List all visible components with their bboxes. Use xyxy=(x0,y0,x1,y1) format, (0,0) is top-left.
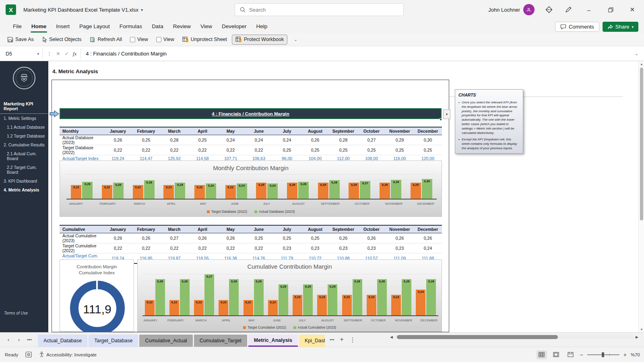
tab-menu-dots-icon[interactable]: ⋮ xyxy=(349,336,356,343)
zoom-slider-thumb[interactable] xyxy=(602,352,604,357)
accessibility-status[interactable]: Accessibility: Investigate xyxy=(39,352,97,358)
unprotect-sheet-button[interactable]: Unprotect Sheet xyxy=(179,35,230,44)
sheet-list-dots-icon[interactable]: ••• xyxy=(25,337,34,342)
chart-plot-area: 0,220,260,220,260,220,270,220,260,220,26… xyxy=(142,274,438,316)
monthly-chart[interactable]: Monthly Contribution Margin 0,220,260,22… xyxy=(60,160,442,217)
ribbon-tab-review[interactable]: Review xyxy=(168,21,196,32)
sidebar-item-2-2-target-cum-board[interactable]: 2.2 Target Cum. Board xyxy=(0,163,48,177)
sheet-next-icon[interactable]: › xyxy=(14,337,23,343)
x-axis-label: JUNE xyxy=(264,319,290,322)
vertical-scrollbar[interactable]: ▲ ▼ xyxy=(638,61,644,332)
sidebar-item-2-cumulative-results[interactable]: 2. Cumulative Results xyxy=(0,140,48,149)
ribbon-tab-formulas[interactable]: Formulas xyxy=(115,21,147,32)
scroll-right-icon[interactable]: ▶ xyxy=(634,335,640,339)
tab-overflow-dots-icon[interactable]: ••• xyxy=(330,337,334,342)
x-axis-label: JULY xyxy=(251,202,283,206)
document-title[interactable]: Marketing KPI Dashboard Excel Template V… xyxy=(23,7,138,13)
checkbox-icon[interactable] xyxy=(130,37,135,42)
view-checkbox-2[interactable]: View xyxy=(153,35,178,44)
add-sheet-icon[interactable]: + xyxy=(340,336,344,343)
monthly-table: MonthlyJanuaryFebruaryMarchAprilMayJuneJ… xyxy=(60,127,442,163)
ribbon-tab-view[interactable]: View xyxy=(196,21,217,32)
editor-launcher-icon[interactable] xyxy=(560,2,576,18)
sheet-tab-target_database[interactable]: Target_Database xyxy=(89,335,138,347)
sheet-tab-kpi_dash[interactable]: Kpi_Dash xyxy=(299,335,325,347)
selection-fill-handle[interactable] xyxy=(440,118,442,121)
terms-of-use-link[interactable]: Terms of Use xyxy=(4,311,28,315)
scroll-left-icon[interactable]: ◀ xyxy=(388,335,394,339)
sidebar-item-4-metric-analysis[interactable]: 4. Metric Analysis xyxy=(0,185,48,194)
close-button[interactable]: ✕ xyxy=(623,0,642,19)
refresh-all-button[interactable]: Refresh All xyxy=(86,35,125,44)
restore-button[interactable] xyxy=(601,0,620,19)
ribbon-tab-developer[interactable]: Developer xyxy=(217,21,252,32)
kpi-dropdown-button[interactable]: ▾ xyxy=(443,109,450,119)
view-checkbox-1[interactable]: View xyxy=(127,35,151,44)
comments-button[interactable]: Comments xyxy=(555,22,599,32)
search-input[interactable]: Search xyxy=(235,3,404,16)
sidebar-item-1-metric-settings[interactable]: 1. Metric Settings xyxy=(0,114,48,123)
share-button[interactable]: Share ▾ xyxy=(603,22,638,32)
document-title-chevron-icon[interactable]: ▾ xyxy=(141,8,143,12)
sheet-tab-actual_database[interactable]: Actual_Database xyxy=(38,335,87,347)
avatar[interactable]: JL xyxy=(523,4,535,15)
ribbon-tab-home[interactable]: Home xyxy=(27,21,52,32)
formula-content[interactable]: 4 : Financials / Contribution Margin xyxy=(86,51,635,57)
sheet-tab-metric_analysis[interactable]: Metric_Analysis xyxy=(248,335,298,347)
sheet-prev-icon[interactable]: ‹ xyxy=(4,337,13,343)
cumulative-chart[interactable]: Cumulative Contribution Margin 0,220,260… xyxy=(137,259,442,332)
diamond-icon[interactable] xyxy=(541,2,557,18)
zoom-slider[interactable] xyxy=(587,354,619,355)
name-box[interactable]: D5 ▾ xyxy=(2,49,43,59)
bar: 0,22 xyxy=(102,185,112,199)
horizontal-scroll-thumb[interactable] xyxy=(397,335,558,339)
macro-record-icon[interactable] xyxy=(25,352,32,358)
sidebar-item-3-kpi-dashboard[interactable]: 3. KPI Dashboard xyxy=(0,177,48,185)
kpi-dropdown-cell[interactable]: 4 : Financials / Contribution Margin xyxy=(60,108,442,119)
sidebar: Marketing KPI Report 1. Metric Settings1… xyxy=(0,61,48,332)
normal-view-icon[interactable] xyxy=(537,350,547,359)
ribbon-tab-file[interactable]: File xyxy=(8,21,27,32)
table-row: Actual Database (2023)0,260,250,280,250,… xyxy=(60,135,442,145)
protect-workbook-button[interactable]: Protect Workbook xyxy=(232,35,287,45)
ribbon-tab-help[interactable]: Help xyxy=(252,21,272,32)
quick-access-toolbar: Save As Select Objects Refresh All View … xyxy=(0,33,644,46)
ribbon-tab-insert[interactable]: Insert xyxy=(51,21,74,32)
name-box-chevron-icon[interactable]: ▾ xyxy=(37,52,39,56)
scroll-down-icon[interactable]: ▼ xyxy=(639,327,644,332)
zoom-level[interactable]: %70 xyxy=(631,352,640,357)
bar: 0,23 xyxy=(293,295,302,315)
cancel-entry-icon[interactable]: ✕ xyxy=(56,51,60,57)
select-objects-button[interactable]: Select Objects xyxy=(39,35,85,44)
sidebar-item-1-1-actual-database[interactable]: 1.1 Actual Database xyxy=(0,123,48,132)
insert-function-icon[interactable]: fx xyxy=(73,51,76,57)
donut-card[interactable]: Contribution Margin Cumulative Index 111… xyxy=(60,259,134,332)
page-break-view-icon[interactable] xyxy=(566,350,576,359)
save-as-button[interactable]: Save As xyxy=(4,35,37,44)
confirm-entry-icon[interactable]: ✓ xyxy=(64,51,69,57)
charts-note-bullet: Once you select the relevant KPI (from t… xyxy=(458,101,520,135)
formula-bar-expand-icon[interactable]: ⌄ xyxy=(635,51,638,56)
zoom-in-button[interactable]: + xyxy=(623,352,627,358)
excel-window: X Marketing KPI Dashboard Excel Template… xyxy=(0,0,644,362)
excel-app-icon[interactable]: X xyxy=(6,4,16,15)
drag-dots-icon[interactable]: ⋮ xyxy=(47,51,52,57)
minimize-button[interactable]: – xyxy=(580,0,598,19)
sidebar-item-1-2-target-database[interactable]: 1.2 Target Database xyxy=(0,132,48,140)
sheet-tab-cumulative_target[interactable]: Cumulative_Target xyxy=(194,335,247,347)
zoom-out-button[interactable]: − xyxy=(580,352,583,358)
sidebar-item-2-1-actual-cum-board[interactable]: 2.1 Actual Cum. Board xyxy=(0,149,48,163)
ribbon-tab-page-layout[interactable]: Page Layout xyxy=(74,21,115,32)
toolbar-overflow-chevron-icon[interactable]: ⌄ xyxy=(294,37,297,42)
scroll-up-icon[interactable]: ▲ xyxy=(639,61,644,67)
x-axis-label: SEPTEMBER xyxy=(340,319,365,322)
bar: 0,22 xyxy=(133,185,143,199)
horizontal-scrollbar[interactable]: ◀ ▶ xyxy=(388,335,640,339)
sheet-tab-cumulative_actual[interactable]: Cumulative_Actual xyxy=(139,335,192,347)
page-layout-view-icon[interactable] xyxy=(551,350,561,359)
ribbon-tab-data[interactable]: Data xyxy=(147,21,168,32)
checkbox-icon[interactable] xyxy=(156,37,161,42)
vertical-scroll-thumb[interactable] xyxy=(640,68,643,220)
user-name[interactable]: John Lochner xyxy=(488,7,520,13)
bar: 0,26 xyxy=(82,182,93,199)
